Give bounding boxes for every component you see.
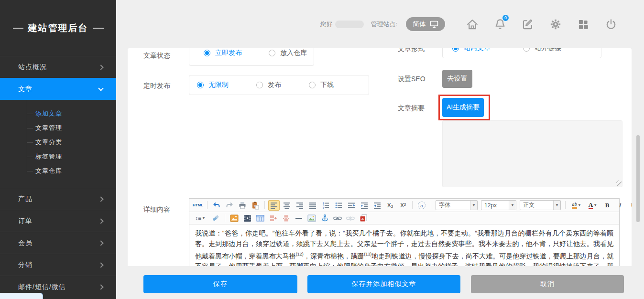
toolbar-separator xyxy=(565,201,566,209)
radio-label: 下线 xyxy=(320,81,334,89)
submenu-label: 标签管理 xyxy=(35,152,62,161)
justify-icon[interactable] xyxy=(307,200,318,211)
superscript-icon[interactable]: X² xyxy=(397,200,409,211)
horizontal-rule-icon[interactable] xyxy=(293,213,305,224)
html-source-icon[interactable]: HTML xyxy=(192,200,204,211)
summary-textarea[interactable] xyxy=(442,120,622,187)
editor-content-area[interactable]: 我说道：“爸爸，你走吧。”他往车外看了看，说：“我买几个橘子去。你就在此地，不要… xyxy=(189,224,619,266)
language-toggle-button[interactable]: 简体 xyxy=(406,17,445,31)
app-window: 建站管理后台 站点概况 文章 添加文章 文章管理 文章分类 标签管理 文章仓库 … xyxy=(0,0,644,299)
anchor-icon[interactable] xyxy=(319,213,330,224)
footnote-ref: (13) xyxy=(364,252,371,256)
seo-label: 设置SEO xyxy=(398,75,426,84)
chevron-right-icon xyxy=(98,262,103,267)
article-type-group: 站内文章 站外链接 xyxy=(442,48,601,58)
radio-publish-now[interactable]: 立即发布 xyxy=(204,49,242,57)
italic-icon[interactable]: I xyxy=(614,200,626,211)
submenu-item-article-warehouse[interactable]: 文章仓库 xyxy=(0,164,116,178)
settings-button[interactable] xyxy=(542,18,569,31)
seo-setup-button[interactable]: 去设置 xyxy=(442,70,472,88)
articles-submenu: 添加文章 文章管理 文章分类 标签管理 文章仓库 xyxy=(0,100,116,188)
sidebar-item-site-overview[interactable]: 站点概况 xyxy=(0,56,116,78)
radio-label: 站外链接 xyxy=(535,48,561,53)
table-icon[interactable] xyxy=(254,213,266,224)
word-import-icon[interactable]: A xyxy=(358,213,369,224)
undo-icon[interactable] xyxy=(211,200,222,211)
radio-unselected-icon xyxy=(269,50,275,56)
app-logo: 建站管理后台 xyxy=(0,0,116,56)
save-and-add-similar-button[interactable]: 保存并添加相似文章 xyxy=(307,275,460,293)
radio-internal-article[interactable]: 站内文章 xyxy=(452,48,491,53)
home-button[interactable] xyxy=(458,18,486,31)
compose-button[interactable] xyxy=(514,18,542,31)
apps-grid-icon xyxy=(577,18,589,31)
outdent-icon[interactable] xyxy=(371,200,383,211)
font-family-select[interactable]: 字体▼ xyxy=(436,200,478,210)
print-icon[interactable] xyxy=(237,200,248,211)
highlight-color-icon[interactable]: ab▼ xyxy=(569,200,584,211)
chevron-right-icon xyxy=(98,64,103,70)
format-clear-icon[interactable] xyxy=(210,213,221,224)
submenu-label: 添加文章 xyxy=(35,109,62,118)
line-height-icon[interactable]: ↕≡▼ xyxy=(192,213,208,224)
paragraph-format-select[interactable]: 正文▼ xyxy=(520,200,561,210)
save-button[interactable]: 保存 xyxy=(143,275,297,293)
align-left-icon[interactable] xyxy=(268,200,280,211)
apps-button[interactable] xyxy=(569,18,597,31)
sidebar-item-distribution[interactable]: 分销 xyxy=(0,254,116,276)
radio-unselected-icon xyxy=(523,48,530,52)
gear-icon xyxy=(549,18,562,31)
video-icon[interactable] xyxy=(241,213,253,224)
link-icon[interactable] xyxy=(332,213,343,224)
image-map-icon[interactable] xyxy=(306,213,317,224)
redo-icon[interactable] xyxy=(224,200,235,211)
submenu-item-tag-manage[interactable]: 标签管理 xyxy=(0,150,116,164)
notifications-button[interactable]: 0 xyxy=(486,18,514,31)
font-size-select[interactable]: 12px▼ xyxy=(481,200,516,210)
footnote-ref: (12) xyxy=(296,252,304,256)
select-arrow-icon: ▼ xyxy=(470,201,477,210)
unlink-icon[interactable] xyxy=(345,213,356,224)
paste-text-icon[interactable]: T xyxy=(250,200,261,211)
radio-publish[interactable]: 发布 xyxy=(256,81,281,89)
main-content-panel: 文章状态 立即发布 放入仓库 定时发布 无限制 发布 xyxy=(128,48,632,266)
sidebar-item-label: 站点概况 xyxy=(18,63,47,72)
submenu-item-add-article[interactable]: 添加文章 xyxy=(0,107,116,121)
edit-icon xyxy=(522,18,534,31)
sidebar-item-orders[interactable]: 订单 xyxy=(0,210,116,232)
insert-list-icon[interactable] xyxy=(346,200,357,211)
indent-icon[interactable] xyxy=(359,200,370,211)
submenu-item-article-manage[interactable]: 文章管理 xyxy=(0,121,116,135)
cancel-button[interactable]: 取消 xyxy=(471,275,624,293)
char-border-icon[interactable]: a xyxy=(416,200,427,211)
page-break-icon[interactable] xyxy=(267,213,279,224)
radio-put-warehouse[interactable]: 放入仓库 xyxy=(269,49,307,57)
submenu-item-article-category[interactable]: 文章分类 xyxy=(0,135,116,150)
logout-button[interactable] xyxy=(597,18,625,31)
align-center-icon[interactable] xyxy=(281,200,293,211)
align-right-icon[interactable] xyxy=(294,200,306,211)
bold-icon[interactable]: B xyxy=(601,200,613,211)
radio-external-link[interactable]: 站外链接 xyxy=(523,48,561,53)
sidebar-item-products[interactable]: 产品 xyxy=(0,188,116,210)
schedule-group: 无限制 发布 下线 xyxy=(189,75,369,95)
underline-icon[interactable]: U xyxy=(627,200,632,211)
ai-generate-summary-button[interactable]: AI生成摘要 xyxy=(442,98,484,117)
ordered-list-icon[interactable]: 123 xyxy=(320,200,331,211)
subscript-icon[interactable]: X₂ xyxy=(384,200,396,211)
radio-label: 发布 xyxy=(268,81,281,89)
radio-no-limit[interactable]: 无限制 xyxy=(197,81,229,89)
page-break-alt-icon[interactable] xyxy=(280,213,292,224)
bold-glyph: B xyxy=(605,202,610,209)
radio-offline[interactable]: 下线 xyxy=(309,81,334,89)
image-icon[interactable] xyxy=(229,213,240,224)
unordered-list-icon[interactable] xyxy=(333,200,344,211)
sidebar-item-members[interactable]: 会员 xyxy=(0,232,116,254)
toolbar-separator xyxy=(207,201,207,209)
submenu-label: 文章分类 xyxy=(35,138,62,147)
font-size-value: 12px xyxy=(484,202,497,209)
language-label: 简体 xyxy=(413,20,426,29)
sidebar-item-articles[interactable]: 文章 xyxy=(0,78,116,100)
font-color-icon[interactable]: A▼ xyxy=(586,200,600,211)
vertical-scrollbar-thumb[interactable] xyxy=(636,135,640,222)
